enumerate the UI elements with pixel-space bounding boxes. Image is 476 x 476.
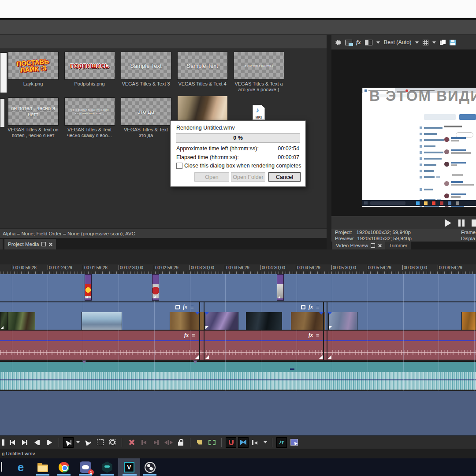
media-item-podpishis[interactable]: ПОДПИШИСЬ Podpishis.png (63, 52, 115, 87)
normal-edit-tool-button[interactable] (63, 437, 74, 448)
event-fx-icon[interactable]: fx (309, 304, 313, 310)
copy-snapshot-icon[interactable] (440, 40, 446, 45)
envelope-edit-tool-button[interactable] (82, 437, 93, 448)
title-event-clip[interactable] (152, 274, 159, 301)
timeline-marker[interactable] (193, 361, 197, 364)
play-button[interactable] (445, 219, 451, 227)
video-event-thumb[interactable] (461, 312, 476, 330)
stop-button[interactable] (472, 219, 476, 227)
pan-crop-icon[interactable] (301, 305, 305, 309)
lock-button[interactable] (175, 437, 186, 448)
media-item-mp3[interactable]: ♪ MP3 (253, 105, 265, 120)
main-video-track-header-strip[interactable] (0, 302, 476, 312)
audio-track-2-strip[interactable] (0, 361, 476, 372)
media-item-title-chesno[interactable]: чесно скажу я вооще гу на поле в год ума… (63, 97, 115, 138)
audio-track-2-waveform[interactable] (0, 372, 476, 391)
event-menu-icon[interactable]: ≡ (192, 332, 195, 338)
insert-region-button[interactable] (207, 437, 217, 448)
media-item-partial[interactable] (0, 52, 7, 93)
next-frame-button[interactable] (44, 437, 55, 448)
taskbar-vegas-icon-active[interactable]: V (118, 458, 140, 476)
ripple-dropdown-icon[interactable] (264, 441, 267, 443)
timeline-marker[interactable] (82, 361, 86, 364)
lock-envelopes-button-active[interactable] (276, 437, 287, 448)
media-item-layk[interactable]: ПОСТАВЬ ЛАЙК :3 Layk.png (7, 52, 59, 87)
video-event-thumb[interactable] (205, 312, 238, 330)
video-event-thumb[interactable] (82, 312, 122, 330)
open-button[interactable]: Open (194, 172, 229, 182)
media-item-partial[interactable] (0, 98, 5, 127)
event-fx-icon[interactable]: fx (183, 304, 187, 310)
audio-event-buttons[interactable]: fx ≡ (184, 332, 195, 338)
panel-divider[interactable] (327, 35, 331, 249)
split-screen-dropdown-icon[interactable] (376, 41, 380, 44)
media-item-title-eto-da[interactable]: это да VEGAS Titles & Text это да (120, 97, 172, 138)
taskbar-hexagon-app-icon[interactable] (101, 461, 113, 473)
pause-button[interactable] (458, 219, 465, 227)
taskbar-chrome-icon[interactable] (58, 461, 70, 473)
enable-snapping-button-active[interactable] (226, 437, 236, 448)
title-event-clip[interactable] (277, 274, 284, 301)
video-event-buttons[interactable]: fx ≡ (175, 304, 194, 310)
video-output-fx-icon[interactable]: fx (356, 39, 361, 46)
auto-ripple-button-active[interactable] (238, 437, 249, 448)
taskbar-discord-icon[interactable]: 1 (79, 461, 92, 473)
volume-envelope-line[interactable] (0, 340, 476, 341)
media-item-title3[interactable]: Sample Text VEGAS Titles & Text 3 (120, 52, 172, 87)
taskbar-partial-icon[interactable] (1, 462, 2, 472)
video-event-thumb[interactable] (291, 312, 325, 330)
gear-icon[interactable] (335, 39, 341, 46)
title-event-clip[interactable] (85, 274, 92, 301)
cancel-button[interactable]: Cancel (268, 172, 301, 182)
overlay-video-track[interactable] (0, 274, 476, 302)
edit-tool-dropdown-icon[interactable] (76, 441, 80, 443)
media-item-video-clip[interactable] (177, 96, 228, 121)
video-event-thumb[interactable] (8, 312, 35, 330)
video-event-thumb[interactable] (328, 312, 357, 330)
media-item-title-on-potel[interactable]: он потел , чесно я нетт VEGAS Titles & T… (7, 97, 59, 138)
external-monitor-icon[interactable] (345, 40, 352, 45)
tab-stub[interactable] (0, 239, 3, 249)
save-snapshot-icon[interactable] (450, 40, 456, 45)
event-menu-icon[interactable]: ≡ (190, 304, 194, 310)
event-menu-icon[interactable]: ≡ (316, 332, 320, 338)
tab-trimmer[interactable]: Trimmer (385, 242, 411, 249)
restore-icon[interactable] (41, 242, 46, 246)
close-when-done-checkbox[interactable] (176, 163, 182, 169)
taskbar-edge-icon[interactable]: e (15, 461, 27, 473)
pan-crop-icon[interactable] (175, 305, 180, 309)
close-icon[interactable] (378, 244, 382, 248)
preview-quality-select[interactable]: Best (Auto) (384, 39, 412, 45)
timeline-ruler[interactable]: 00:00:59;28 00:01:29;29 00:01:59;28 00:0… (0, 264, 476, 275)
video-event-thumb[interactable] (246, 312, 282, 330)
event-fx-icon[interactable]: fx (184, 332, 189, 338)
quality-dropdown-icon[interactable] (415, 41, 419, 44)
insert-marker-button[interactable] (194, 437, 205, 448)
tab-project-media[interactable]: Project Media (4, 239, 56, 249)
go-to-start-button[interactable] (7, 437, 18, 448)
media-item-title4[interactable]: Sample Text VEGAS Titles & Text 4 (176, 52, 228, 87)
trim-adjacent-button-disabled[interactable] (163, 437, 174, 448)
ripple-edit-button[interactable] (250, 437, 261, 448)
close-icon[interactable] (48, 242, 52, 246)
audio-track-1-header-strip[interactable] (0, 331, 476, 340)
trim-start-button-disabled[interactable] (138, 437, 149, 448)
split-screen-icon[interactable] (365, 40, 372, 45)
event-menu-icon[interactable]: ≡ (316, 304, 320, 310)
media-item-title-a[interactable]: а это уже в ролике ) VEGAS Titles & Text… (233, 52, 285, 93)
taskbar-obs-icon[interactable] (144, 461, 156, 473)
tab-video-preview[interactable]: Video Preview (332, 242, 385, 249)
event-boundary[interactable] (199, 302, 200, 360)
trim-end-button-disabled[interactable] (151, 437, 161, 448)
slip-tool-button[interactable] (289, 437, 299, 448)
zoom-edit-tool-button[interactable] (107, 437, 118, 448)
selection-edit-tool-button[interactable] (95, 437, 105, 448)
audio-event-buttons[interactable]: fx ≡ (309, 332, 320, 338)
event-boundary[interactable] (204, 302, 205, 360)
overlays-grid-icon[interactable] (423, 40, 428, 45)
taskbar-explorer-icon[interactable] (37, 461, 49, 473)
go-to-end-button[interactable] (19, 437, 30, 448)
restore-icon[interactable] (371, 243, 375, 248)
video-event-buttons[interactable]: fx ≡ (301, 304, 320, 310)
split-x-tool-icon[interactable] (126, 437, 137, 448)
